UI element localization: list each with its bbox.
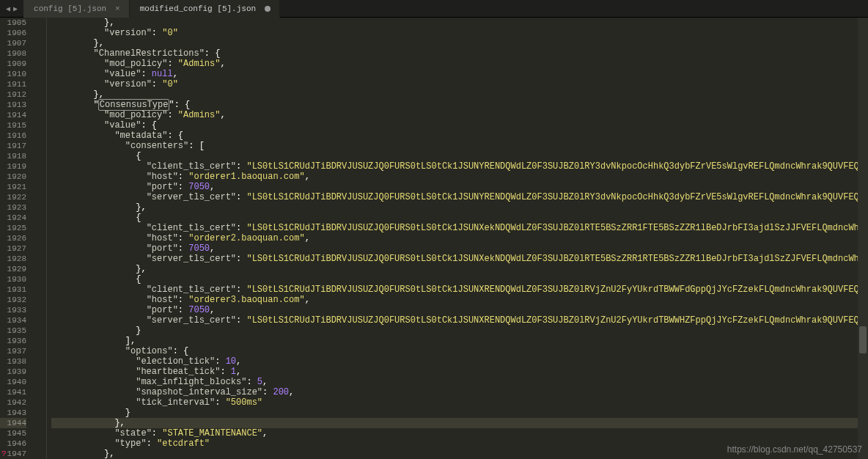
dirty-icon (265, 6, 271, 12)
code-line[interactable]: }, (51, 202, 868, 213)
line-number: 1937 (0, 346, 26, 356)
code-line[interactable]: } (51, 326, 868, 336)
code-line[interactable]: { (51, 274, 868, 284)
line-number: 1935 (0, 326, 26, 336)
code-line[interactable]: ], (51, 336, 868, 346)
line-number: 1938 (0, 356, 26, 367)
code-line[interactable]: "client_tls_cert": "LS0tLS1CRUdJTiBDRVJU… (51, 223, 868, 233)
line-number: 1923 (0, 202, 26, 213)
code-line[interactable]: "host": "orderer1.baoquan.com", (51, 172, 868, 182)
code-line[interactable]: "options": { (51, 346, 868, 356)
line-number: 1919 (0, 161, 26, 172)
tab-label: modified_config [5].json (140, 4, 256, 13)
line-number: 1925 (0, 223, 26, 233)
line-number: 1934 (0, 315, 26, 326)
code-line[interactable]: "max_inflight_blocks": 5, (51, 377, 868, 387)
line-number: 1909 (0, 59, 26, 69)
line-number: 1921 (0, 182, 26, 192)
line-number: 1940 (0, 377, 26, 387)
code-line[interactable]: "heartbeat_tick": 1, (51, 367, 868, 377)
code-line[interactable]: "mod_policy": "Admins", (51, 110, 868, 120)
nav-arrows: ◀ ▶ (0, 4, 23, 13)
fold-gutter (34, 18, 47, 459)
code-line[interactable]: "version": "0" (51, 28, 868, 38)
line-number: 1914 (0, 110, 26, 120)
code-line[interactable]: "mod_policy": "Admins", (51, 59, 868, 69)
line-number: 1944 (0, 418, 26, 428)
watermark: https://blog.csdn.net/qq_42750537 (727, 444, 862, 455)
code-line[interactable]: "value": null, (51, 69, 868, 79)
close-icon[interactable]: × (115, 4, 120, 13)
code-line[interactable]: "port": 7050, (51, 182, 868, 192)
code-line[interactable]: "consenters": [ (51, 141, 868, 151)
line-number: 1922 (0, 192, 26, 202)
code-line[interactable]: "server_tls_cert": "LS0tLS1CRUdJTiBDRVJU… (51, 315, 868, 326)
line-number-gutter: 1905190619071908190919101911191219131914… (0, 18, 34, 459)
code-line[interactable]: "server_tls_cert": "LS0tLS1CRUdJTiBDRVJU… (51, 192, 868, 202)
code-line[interactable]: { (51, 213, 868, 223)
code-line[interactable]: "version": "0" (51, 79, 868, 89)
code-line[interactable]: "port": 7050, (51, 243, 868, 254)
tab-label: config [5].json (34, 4, 106, 13)
line-number: 1926 (0, 233, 26, 243)
code-line[interactable]: "tick_interval": "500ms" (51, 397, 868, 408)
code-line[interactable]: "ConsensusType": { (51, 100, 868, 110)
code-line[interactable]: "host": "orderer3.baoquan.com", (51, 295, 868, 305)
code-line[interactable]: "state": "STATE_MAINTENANCE", (51, 428, 868, 438)
line-number: 1916 (0, 131, 26, 141)
line-number: 1915 (0, 120, 26, 131)
code-line[interactable]: "server_tls_cert": "LS0tLS1CRUdJTiBDRVJU… (51, 254, 868, 264)
line-number: 1912 (0, 89, 26, 100)
line-number: 1941 (0, 387, 26, 397)
line-number: 1905 (0, 18, 26, 28)
code-line[interactable]: "client_tls_cert": "LS0tLS1CRUdJTiBDRVJU… (51, 161, 868, 172)
editor[interactable]: 1905190619071908190919101911191219131914… (0, 18, 868, 459)
line-number: 1920 (0, 172, 26, 182)
code-line[interactable]: "client_tls_cert": "LS0tLS1CRUdJTiBDRVJU… (51, 284, 868, 295)
code-line[interactable]: } (51, 408, 868, 418)
line-number: 1908 (0, 48, 26, 59)
line-number: 1924 (0, 213, 26, 223)
code-line[interactable]: }, (51, 18, 868, 28)
tab-1[interactable]: modified_config [5].json (130, 0, 280, 18)
line-number: 1947 (0, 449, 26, 459)
tab-bar: ◀ ▶ config [5].json×modified_config [5].… (0, 0, 868, 18)
line-number: 1929 (0, 264, 26, 274)
vertical-scrollbar[interactable] (858, 18, 868, 459)
line-number: 1927 (0, 243, 26, 254)
line-number: 1928 (0, 254, 26, 264)
code-line[interactable]: }, (51, 38, 868, 48)
line-number: 1931 (0, 284, 26, 295)
code-line[interactable]: "snapshot_interval_size": 200, (51, 387, 868, 397)
code-area[interactable]: }, "version": "0" }, "ChannelRestriction… (47, 18, 868, 459)
line-number: 1939 (0, 367, 26, 377)
line-number: 1936 (0, 336, 26, 346)
line-number: 1917 (0, 141, 26, 151)
code-line[interactable]: }, (51, 89, 868, 100)
nav-forward-icon[interactable]: ▶ (12, 4, 19, 13)
line-number: 1943 (0, 408, 26, 418)
line-number: 1946 (0, 438, 26, 449)
line-number: 1933 (0, 305, 26, 315)
scrollbar-thumb[interactable] (859, 326, 867, 353)
line-number: 1910 (0, 69, 26, 79)
code-line[interactable]: { (51, 151, 868, 161)
line-number: 1945 (0, 428, 26, 438)
line-number: 1907 (0, 38, 26, 48)
code-line[interactable]: "metadata": { (51, 131, 868, 141)
code-line[interactable]: }, (51, 418, 868, 428)
code-line[interactable]: "election_tick": 10, (51, 356, 868, 367)
line-number: 1930 (0, 274, 26, 284)
line-number: 1918 (0, 151, 26, 161)
tab-0[interactable]: config [5].json× (23, 0, 130, 18)
line-number: 1913 (0, 100, 26, 110)
code-line[interactable]: "host": "orderer2.baoquan.com", (51, 233, 868, 243)
code-line[interactable]: "ChannelRestrictions": { (51, 48, 868, 59)
code-line[interactable]: "value": { (51, 120, 868, 131)
line-number: 1942 (0, 397, 26, 408)
nav-back-icon[interactable]: ◀ (4, 4, 12, 13)
line-number: 1906 (0, 28, 26, 38)
code-line[interactable]: "port": 7050, (51, 305, 868, 315)
line-number: 1911 (0, 79, 26, 89)
code-line[interactable]: }, (51, 264, 868, 274)
